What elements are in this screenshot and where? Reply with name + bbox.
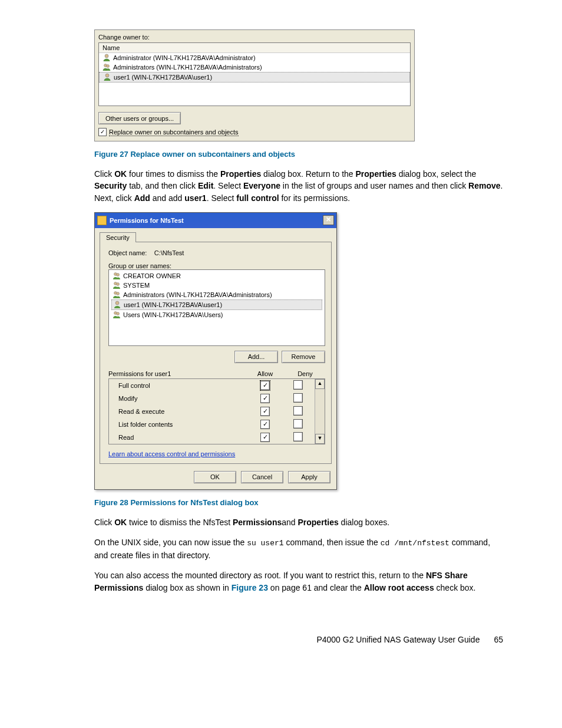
cancel-button[interactable]: Cancel <box>241 471 283 483</box>
allow-header: Allow <box>245 370 285 377</box>
paragraph-2: Click OK twice to dismiss the NfsTest Pe… <box>94 516 503 528</box>
group-list[interactable]: CREATOR OWNER SYSTEM Administrators (WIN… <box>108 269 325 346</box>
change-owner-label: Change owner to: <box>98 34 411 41</box>
group-item[interactable]: CREATOR OWNER <box>111 271 322 281</box>
learn-link[interactable]: Learn about access control and permissio… <box>108 450 235 457</box>
deny-header: Deny <box>285 370 325 377</box>
allow-checkbox[interactable]: ✓ <box>260 394 270 403</box>
change-owner-panel: Change owner to: Name Administrator (WIN… <box>94 29 415 141</box>
scroll-up-button[interactable]: ▲ <box>315 379 325 389</box>
replace-owner-label: Replace owner on subcontainers and objec… <box>109 129 239 136</box>
add-button[interactable]: Add... <box>234 351 278 363</box>
owner-item[interactable]: Administrator (WIN-L7KH172BAVA\Administr… <box>99 53 410 62</box>
permission-row: Read & execute ✓ <box>109 405 315 418</box>
group-label: Group or user names: <box>108 262 325 269</box>
svg-point-0 <box>105 54 108 58</box>
object-name-label: Object name: <box>108 249 147 256</box>
owner-item-label: user1 (WIN-L7KH172BAVA\user1) <box>114 74 212 81</box>
apply-button[interactable]: Apply <box>288 471 330 483</box>
group-item[interactable]: Users (WIN-L7KH172BAVA\Users) <box>111 310 322 319</box>
figure-27-caption: Figure 27 Replace owner on subcontainers… <box>94 150 503 159</box>
svg-point-7 <box>117 282 120 285</box>
page-footer: P4000 G2 Unified NAS Gateway User Guide … <box>94 635 503 644</box>
svg-point-10 <box>115 301 119 305</box>
user-icon <box>103 73 111 81</box>
permission-row: Full control ✓ <box>109 379 315 392</box>
permission-row: Modify ✓ <box>109 392 315 405</box>
owner-list-header[interactable]: Name <box>99 43 410 53</box>
dialog-title: Permissions for NfsTest <box>110 217 184 224</box>
allow-checkbox[interactable]: ✓ <box>260 381 270 390</box>
ok-button[interactable]: OK <box>194 471 236 483</box>
group-item-selected[interactable]: user1 (WIN-L7KH172BAVA\user1) <box>111 299 322 310</box>
owner-item[interactable]: Administrators (WIN-L7KH172BAVA\Administ… <box>99 62 410 72</box>
owner-item-selected[interactable]: user1 (WIN-L7KH172BAVA\user1) <box>99 72 410 83</box>
permissions-for-label: Permissions for user1 <box>108 370 245 377</box>
users-icon <box>113 281 121 289</box>
owner-list[interactable]: Name Administrator (WIN-L7KH172BAVA\Admi… <box>98 42 411 106</box>
other-users-button[interactable]: Other users or groups... <box>98 112 181 124</box>
folder-icon <box>97 216 107 225</box>
group-item[interactable]: Administrators (WIN-L7KH172BAVA\Administ… <box>111 290 322 299</box>
allow-checkbox[interactable]: ✓ <box>260 420 270 429</box>
deny-checkbox[interactable] <box>293 393 303 403</box>
users-icon <box>113 272 121 280</box>
user-icon <box>103 54 111 62</box>
titlebar[interactable]: Permissions for NfsTest ✕ <box>95 213 336 228</box>
figure-28-caption: Figure 28 Permissions for NfsTest dialog… <box>94 498 503 507</box>
user-icon <box>113 301 121 309</box>
page-number: 65 <box>494 635 503 644</box>
svg-point-9 <box>117 292 120 295</box>
tab-security[interactable]: Security <box>100 232 136 242</box>
deny-checkbox[interactable] <box>293 380 303 390</box>
svg-point-5 <box>117 273 120 276</box>
scroll-down-button[interactable]: ▼ <box>315 434 325 444</box>
svg-point-3 <box>105 74 109 77</box>
replace-owner-checkbox[interactable]: ✓ <box>98 128 107 136</box>
deny-checkbox[interactable] <box>293 406 303 416</box>
deny-checkbox[interactable] <box>293 419 303 429</box>
allow-checkbox[interactable]: ✓ <box>260 407 270 416</box>
permission-row: List folder contents ✓ <box>109 418 315 431</box>
allow-checkbox[interactable]: ✓ <box>260 433 270 442</box>
footer-title: P4000 G2 Unified NAS Gateway User Guide <box>316 635 480 644</box>
remove-button[interactable]: Remove <box>282 351 325 363</box>
svg-point-12 <box>117 312 120 315</box>
permission-row: Read ✓ <box>109 431 315 444</box>
paragraph-4: You can also access the mounted director… <box>94 569 503 594</box>
permissions-dialog: Permissions for NfsTest ✕ Security Objec… <box>94 212 337 490</box>
deny-checkbox[interactable] <box>293 432 303 442</box>
users-icon <box>113 311 121 319</box>
paragraph-1: Click OK four times to dismiss the Prope… <box>94 168 503 204</box>
users-icon <box>113 291 121 299</box>
owner-item-label: Administrator (WIN-L7KH172BAVA\Administr… <box>113 54 256 61</box>
object-name-value: C:\NfsTest <box>154 249 184 256</box>
scrollbar[interactable]: ▲ ▼ <box>315 379 325 444</box>
permissions-list: Full control ✓ Modify ✓ Read & execute ✓ <box>108 378 325 444</box>
figure-23-link[interactable]: Figure 23 <box>232 583 268 592</box>
users-icon <box>103 63 111 71</box>
paragraph-3: On the UNIX side, you can now issue the … <box>94 536 503 561</box>
group-item[interactable]: SYSTEM <box>111 281 322 290</box>
close-button[interactable]: ✕ <box>323 215 334 225</box>
owner-item-label: Administrators (WIN-L7KH172BAVA\Administ… <box>113 64 262 71</box>
svg-point-2 <box>107 65 110 68</box>
